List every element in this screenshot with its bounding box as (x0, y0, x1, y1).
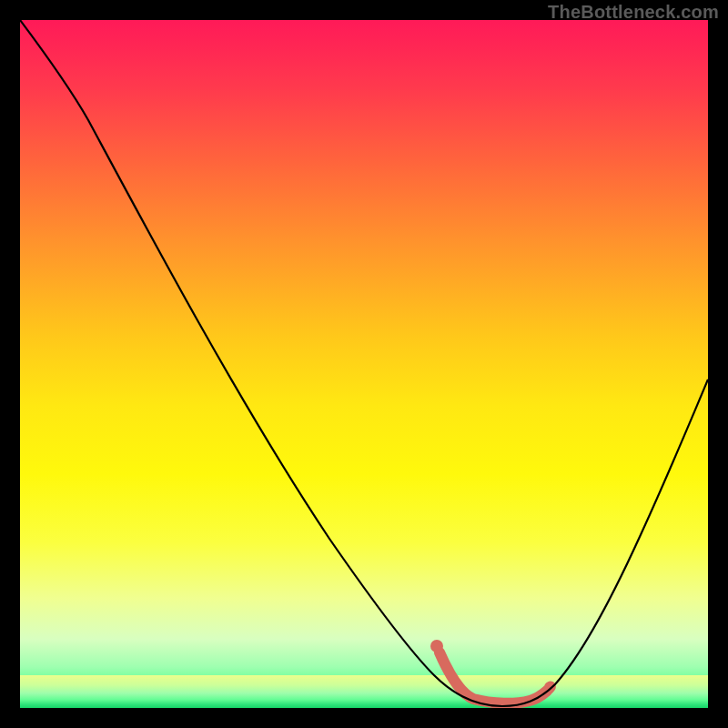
optimal-region-start-dot (430, 640, 443, 652)
watermark-text: TheBottleneck.com (548, 2, 719, 23)
bottleneck-curve-path (20, 20, 708, 706)
chart-canvas: TheBottleneck.com (0, 0, 728, 728)
plot-area (20, 20, 708, 708)
optimal-region-highlight (440, 652, 551, 703)
chart-svg (20, 20, 708, 708)
